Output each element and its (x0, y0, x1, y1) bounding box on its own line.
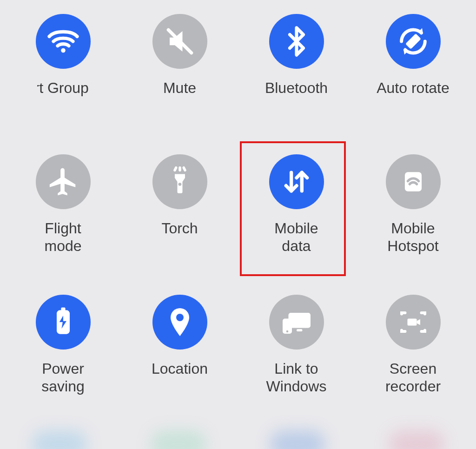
svg-rect-1 (405, 33, 421, 49)
tile-label: Auto rotate (377, 79, 450, 97)
svg-point-6 (176, 314, 184, 321)
tile-mobile-data[interactable]: Mobile data (238, 154, 355, 290)
svg-point-2 (178, 183, 181, 186)
tile-bluetooth[interactable]: Bluetooth (238, 14, 355, 150)
tile-mute[interactable]: Mute (121, 14, 238, 150)
tile-screen-recorder[interactable]: Screen recorder (355, 295, 471, 430)
tile-label: Mobile data (274, 219, 318, 255)
tile-label: Screen recorder (385, 360, 441, 396)
tile-label: Bluetooth (265, 79, 328, 97)
svg-point-10 (286, 330, 288, 333)
tile-flight-mode[interactable]: Flight mode (5, 154, 121, 290)
quick-settings-panel: pport Group Mute Bluetooth (0, 0, 476, 449)
tile-label: Torch (161, 219, 198, 237)
tile-label: pport Group (37, 79, 89, 97)
svg-rect-8 (297, 329, 303, 331)
tile-label: Mute (163, 79, 196, 97)
bluetooth-icon (269, 14, 324, 69)
tile-label: Power saving (41, 360, 85, 396)
tile-mobile-hotspot[interactable]: Mobile Hotspot (355, 154, 471, 290)
mute-icon (152, 14, 207, 69)
tile-label: Location (152, 360, 208, 377)
tile-auto-rotate[interactable]: Auto rotate (355, 14, 471, 150)
tile-link-windows[interactable]: Link to Windows (238, 295, 355, 430)
svg-point-0 (61, 48, 66, 53)
wifi-icon (36, 14, 91, 69)
battery-icon (36, 295, 91, 350)
tile-label: Mobile Hotspot (387, 219, 438, 255)
tile-power-saving[interactable]: Power saving (5, 295, 121, 430)
tile-location[interactable]: Location (121, 295, 238, 430)
link-windows-icon (269, 295, 324, 350)
torch-icon (152, 154, 207, 209)
svg-rect-5 (61, 308, 65, 311)
tile-torch[interactable]: Torch (121, 154, 238, 290)
screen-recorder-icon (386, 295, 441, 350)
mobile-data-icon (269, 154, 324, 209)
location-icon (152, 295, 207, 350)
tile-label: Link to Windows (266, 360, 327, 396)
tile-label: Flight mode (44, 219, 81, 255)
hotspot-icon (386, 154, 441, 209)
tile-wifi[interactable]: pport Group (5, 14, 121, 150)
airplane-icon (36, 154, 91, 209)
auto-rotate-icon (386, 14, 441, 69)
